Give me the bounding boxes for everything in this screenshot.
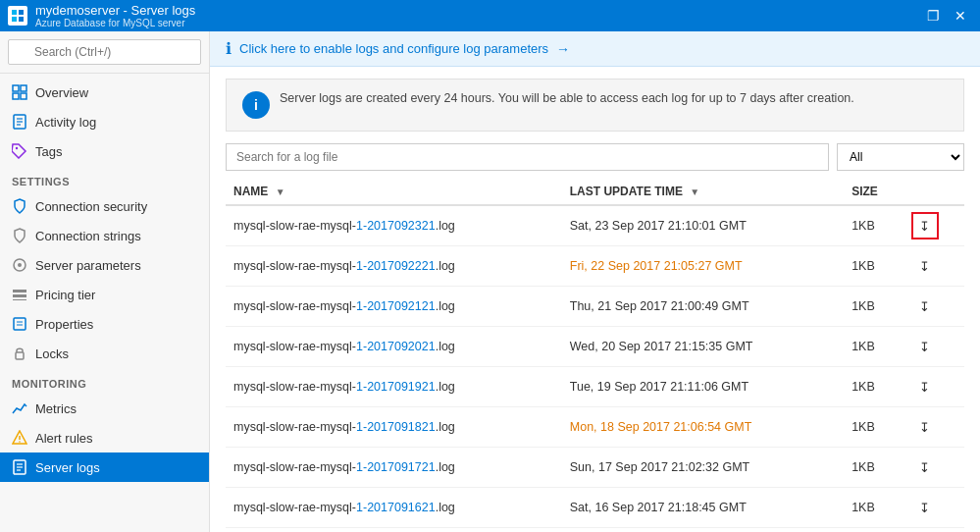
table-header-row: NAME ▼ LAST UPDATE TIME ▼ SIZE: [226, 179, 964, 205]
log-time-cell: Mon, 18 Sep 2017 21:06:54 GMT: [562, 407, 844, 448]
sidebar-item-metrics[interactable]: Metrics: [0, 394, 209, 423]
log-time-text: Sat, 23 Sep 2017 21:10:01 GMT: [570, 219, 747, 233]
log-name-cell: mysql-slow-rae-mysql-1-2017091821.log: [226, 407, 562, 448]
tags-label: Tags: [35, 144, 62, 159]
table-row: mysql-slow-rae-mysql-1-2017091721.logSun…: [226, 448, 964, 488]
table-row: mysql-slow-rae-mysql-1-2017091621.logSat…: [226, 488, 964, 528]
log-name-suffix: .log: [436, 420, 455, 434]
sidebar-item-overview[interactable]: Overview: [0, 78, 209, 107]
log-size-text: 1KB: [851, 259, 875, 273]
download-button[interactable]: ↧: [911, 252, 939, 280]
server-params-icon: [12, 257, 27, 273]
log-table-body: mysql-slow-rae-mysql-1-2017092321.logSat…: [226, 205, 964, 532]
log-name-link[interactable]: 1-2017092121: [356, 299, 436, 313]
download-button[interactable]: ↧: [911, 413, 939, 441]
log-size-text: 1KB: [851, 380, 875, 394]
svg-rect-21: [16, 352, 24, 359]
table-row: mysql-slow-rae-mysql-1-2017092321.logSat…: [226, 205, 964, 246]
log-name-prefix: mysql-slow-rae-mysql-: [233, 340, 356, 353]
svg-rect-15: [13, 290, 26, 293]
svg-rect-17: [13, 299, 26, 300]
filter-select[interactable]: All: [837, 143, 964, 171]
sidebar-item-properties[interactable]: Properties: [0, 309, 209, 339]
time-sort-icon[interactable]: ▼: [690, 186, 699, 197]
log-name-link[interactable]: 1-2017091721: [356, 460, 436, 474]
log-time-text: Fri, 22 Sep 2017 21:05:27 GMT: [570, 259, 743, 273]
log-name-cell: mysql-slow-rae-mysql-1-2017091721.log: [226, 448, 562, 488]
table-row: mysql-slow-rae-mysql-1-2017092221.logFri…: [226, 246, 964, 287]
properties-icon: [12, 316, 27, 332]
log-time-text: Sun, 17 Sep 2017 21:02:32 GMT: [570, 460, 749, 474]
log-time-cell: Sat, 16 Sep 2017 21:18:45 GMT: [562, 488, 844, 528]
table-row: mysql-slow-rae-mysql-1-2017092021.logWed…: [226, 327, 964, 367]
log-time-text: Thu, 21 Sep 2017 21:00:49 GMT: [570, 299, 749, 313]
log-name-link[interactable]: 1-2017091821: [356, 420, 436, 434]
log-name-suffix: .log: [436, 259, 455, 273]
tags-icon: [12, 143, 27, 159]
sidebar-item-locks[interactable]: Locks: [0, 339, 209, 368]
sidebar-item-alert-rules[interactable]: Alert rules: [0, 423, 209, 452]
sidebar-item-pricing-tier[interactable]: Pricing tier: [0, 280, 209, 309]
sidebar-nav: Overview Activity log Tags SETTINGS: [0, 74, 209, 532]
log-time-cell: Wed, 20 Sep 2017 21:15:35 GMT: [562, 327, 844, 367]
download-button[interactable]: ↧: [911, 494, 939, 521]
svg-rect-6: [13, 93, 19, 99]
download-button[interactable]: ↧: [911, 293, 939, 320]
connection-strings-label: Connection strings: [35, 229, 141, 243]
settings-section-label: SETTINGS: [0, 166, 209, 191]
log-name-cell: mysql-slow-rae-mysql-1-2017092121.log: [226, 287, 562, 327]
log-size-text: 1KB: [851, 299, 875, 313]
sidebar-item-activity-log[interactable]: Activity log: [0, 107, 209, 136]
log-time-cell: Sun, 17 Sep 2017 21:02:32 GMT: [562, 448, 844, 488]
download-button[interactable]: ↧: [911, 373, 939, 400]
titlebar-titles: mydemoserver - Server logs Azure Databas…: [35, 3, 195, 28]
log-size-text: 1KB: [851, 219, 875, 233]
content-area: ℹ Click here to enable logs and configur…: [210, 31, 980, 532]
close-button[interactable]: ✕: [949, 4, 972, 27]
log-name-link[interactable]: 1-2017091921: [356, 380, 436, 394]
titlebar-left: mydemoserver - Server logs Azure Databas…: [8, 3, 195, 28]
sidebar-item-server-parameters[interactable]: Server parameters: [0, 250, 209, 280]
download-button[interactable]: ↧: [911, 333, 939, 360]
log-search-input[interactable]: [226, 143, 829, 171]
log-size-text: 1KB: [851, 501, 875, 514]
overview-label: Overview: [35, 85, 88, 100]
top-banner[interactable]: ℹ Click here to enable logs and configur…: [210, 31, 980, 67]
download-button[interactable]: ↧: [911, 453, 939, 481]
log-name-suffix: .log: [436, 340, 455, 353]
search-input[interactable]: [8, 39, 201, 65]
log-time-text: Tue, 19 Sep 2017 21:11:06 GMT: [570, 380, 748, 394]
log-name-link[interactable]: 1-2017092321: [356, 219, 436, 233]
svg-point-14: [18, 263, 22, 267]
download-button-highlighted[interactable]: ↧: [911, 212, 939, 239]
titlebar: mydemoserver - Server logs Azure Databas…: [0, 0, 980, 31]
log-name-cell: mysql-slow-rae-mysql-1-2017091621.log: [226, 488, 562, 528]
log-name-cell: mysql-slow-rae-mysql-1-2017091521.log: [226, 528, 562, 533]
log-name-link[interactable]: 1-2017091621: [356, 501, 436, 514]
log-table-container: NAME ▼ LAST UPDATE TIME ▼ SIZE: [210, 179, 980, 532]
server-logs-icon: [12, 459, 27, 475]
log-name-prefix: mysql-slow-rae-mysql-: [233, 460, 356, 474]
sidebar-item-connection-strings[interactable]: Connection strings: [0, 221, 209, 250]
sidebar-item-server-logs[interactable]: Server logs: [0, 452, 209, 482]
main-layout: 🔍 Overview Activity log: [0, 31, 980, 532]
log-time-cell: Tue, 19 Sep 2017 21:11:06 GMT: [562, 367, 844, 407]
overview-icon: [12, 84, 27, 100]
col-size: SIZE: [844, 179, 903, 205]
svg-point-24: [19, 441, 21, 443]
log-download-cell: ↧: [903, 528, 964, 533]
log-download-cell: ↧: [903, 246, 964, 287]
server-logs-label: Server logs: [35, 460, 100, 475]
titlebar-title: mydemoserver - Server logs: [35, 3, 195, 18]
name-sort-icon[interactable]: ▼: [276, 186, 285, 197]
restore-button[interactable]: ❐: [921, 4, 945, 27]
log-download-cell: ↧: [903, 327, 964, 367]
log-name-prefix: mysql-slow-rae-mysql-: [233, 219, 356, 233]
sidebar-item-connection-security[interactable]: Connection security: [0, 191, 209, 221]
connection-security-label: Connection security: [35, 199, 147, 214]
svg-rect-18: [14, 318, 26, 330]
log-time-text: Wed, 20 Sep 2017 21:15:35 GMT: [570, 340, 753, 353]
sidebar-item-tags[interactable]: Tags: [0, 136, 209, 166]
log-name-link[interactable]: 1-2017092021: [356, 340, 436, 353]
log-name-link[interactable]: 1-2017092221: [356, 259, 436, 273]
